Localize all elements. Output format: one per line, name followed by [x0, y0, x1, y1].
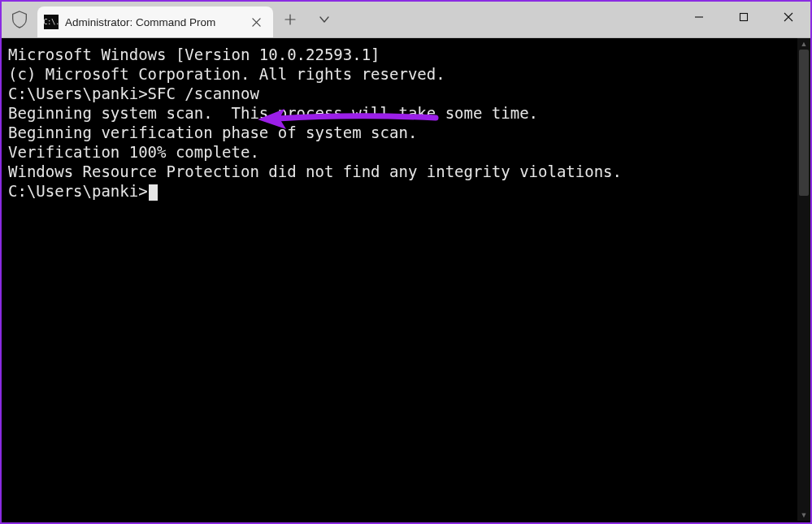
terminal-cursor [149, 184, 158, 201]
terminal-output[interactable]: Microsoft Windows [Version 10.0.22593.1]… [2, 38, 810, 522]
new-tab-button[interactable] [273, 1, 307, 37]
tab-title: Administrator: Command Prom [65, 16, 241, 28]
terminal-line: (c) Microsoft Corporation. All rights re… [8, 64, 807, 84]
app-window: C:\. Administrator: Command Prom [0, 0, 812, 524]
window-controls [676, 2, 810, 32]
tab-toolbar [273, 1, 341, 37]
tab-active[interactable]: C:\. Administrator: Command Prom [37, 6, 273, 37]
terminal-line: C:\Users\panki>SFC /scannow [8, 84, 807, 103]
scrollbar-thumb[interactable] [799, 50, 809, 196]
scroll-down-icon[interactable]: ▼ [797, 509, 810, 521]
close-window-button[interactable] [766, 2, 810, 32]
cmd-icon: C:\. [44, 15, 59, 29]
terminal-line: Microsoft Windows [Version 10.0.22593.1] [8, 45, 807, 64]
terminal-line: Windows Resource Protection did not find… [8, 162, 807, 181]
shield-icon [2, 1, 37, 37]
scroll-up-icon[interactable]: ▲ [797, 38, 810, 50]
terminal-line: Beginning verification phase of system s… [8, 123, 807, 142]
maximize-button[interactable] [721, 2, 766, 32]
terminal-line: Verification 100% complete. [8, 142, 807, 162]
vertical-scrollbar[interactable]: ▲ ▼ [797, 38, 810, 521]
title-bar: C:\. Administrator: Command Prom [2, 2, 810, 38]
terminal-line: Beginning system scan. This process will… [8, 103, 807, 123]
svg-rect-0 [740, 14, 747, 21]
tab-dropdown-button[interactable] [307, 1, 341, 37]
minimize-button[interactable] [676, 2, 721, 32]
tab-close-button[interactable] [247, 13, 265, 31]
terminal-line: C:\Users\panki> [8, 181, 807, 201]
